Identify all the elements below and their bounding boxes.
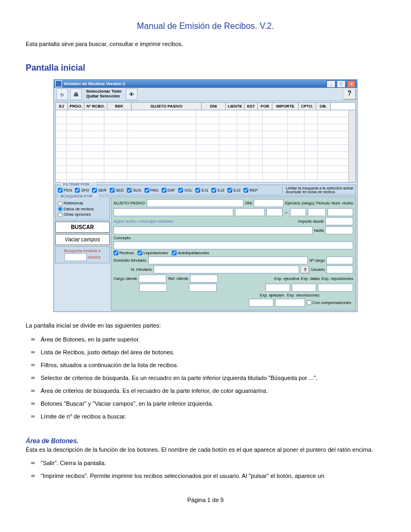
filter-vol[interactable]: VOL (178, 188, 192, 193)
exit-button[interactable]: ⎋ (56, 88, 68, 100)
limit-input[interactable] (64, 253, 87, 261)
input-expej[interactable] (265, 284, 290, 292)
input-sujeto-activo[interactable] (113, 226, 313, 234)
input-importe-desde[interactable] (325, 217, 353, 225)
filter-sus[interactable]: SUS (127, 188, 141, 193)
filter-checks-row: PENSFDSERSEDSUSPAGDATVOLEJ1EJ2EJ3REPLimi… (58, 186, 353, 194)
window-title: Emisión de Recibos Versión 2 (64, 81, 125, 86)
input-ej-to[interactable] (290, 208, 306, 216)
grid-header-cell: LIENTE (226, 103, 245, 110)
intro-text: Esta pantalla sirve para buscar, consult… (26, 41, 385, 47)
list-item: "Imprimir recibos". Permite imprimir los… (41, 472, 385, 481)
unselect-label[interactable]: Quitar Selección (86, 94, 121, 99)
list-item: Filtros, situados a continuación de la l… (41, 361, 385, 370)
input-cargocli[interactable] (139, 275, 166, 283)
grid-header-cell: OB. (316, 103, 331, 110)
close-button[interactable]: × (347, 80, 356, 88)
toolbar: ⎋ 🖶 Seleccionar Todo Quitar Selección 👁 … (54, 88, 357, 101)
filter-ej1[interactable]: EJ1 (195, 188, 208, 193)
table-row (56, 131, 348, 138)
limit-box: Búsqueda limitada a recibos (55, 246, 110, 263)
table-row (56, 145, 348, 152)
filter-dat[interactable]: DAT (162, 188, 175, 193)
radio-referencia[interactable]: Referencia (58, 201, 107, 206)
grid-header-cell: FOR (258, 103, 272, 110)
table-row (56, 110, 348, 117)
chk-concomp[interactable]: Con compensaciones (307, 300, 351, 305)
radio-datos[interactable]: Datos de recibos (58, 207, 107, 212)
input-sujeto-pasivo[interactable] (147, 199, 243, 207)
filter-sfd[interactable]: SFD (75, 188, 89, 193)
filter-ser[interactable]: SER (92, 188, 106, 193)
buscar-button[interactable]: BUSCAR (55, 222, 110, 233)
eye-button[interactable]: 👁 (126, 88, 138, 100)
maximize-button[interactable]: □ (337, 80, 346, 88)
input-dni-2[interactable] (235, 208, 265, 216)
input-expdat[interactable] (292, 284, 316, 292)
radio-otras[interactable]: Otras opciones (58, 212, 107, 217)
input-refcli-2[interactable] (189, 284, 217, 292)
limit-label: Búsqueda limitada a (57, 248, 108, 253)
idtrib-lookup-button[interactable]: ? (301, 266, 309, 273)
botones-intro: Ésta es la descripción de la función de … (26, 446, 385, 454)
input-dni[interactable] (254, 199, 284, 207)
table-row (56, 124, 348, 131)
input-refcli[interactable] (190, 275, 218, 283)
selection-labels: Seleccionar Todo Quitar Selección (84, 89, 124, 100)
table-row (56, 138, 348, 145)
print-button[interactable]: 🖶 (70, 88, 82, 100)
lbl-expej: Exp. ejecutiva (275, 276, 300, 281)
titlebar: Emisión de Recibos Versión 2 _ □ × (54, 80, 357, 88)
lbl-ncargo: Nº cargo (309, 258, 325, 263)
lbl-usuario: Usuario (311, 267, 325, 272)
input-importe-hasta[interactable] (325, 226, 353, 234)
list-item: Límite de nº de recibos a buscar. (41, 413, 385, 421)
input-concepto[interactable] (113, 241, 353, 249)
filter-rep[interactable]: REP (243, 188, 257, 193)
list-item: "Salir". Cierra la pantalla. (41, 459, 385, 468)
input-num-recibo[interactable] (328, 208, 353, 216)
lbl-periodo: Periodo (316, 201, 330, 206)
vertical-scrollbar[interactable] (348, 110, 355, 182)
list-item: Botones "Buscar" y "Vaciar campos", en l… (41, 400, 385, 408)
criteria-panel: SUJETO PASIVO DNI Ejercicio (rango) Peri… (111, 196, 356, 310)
input-ncargo[interactable] (326, 256, 353, 264)
chk-liquidaciones[interactable]: Liquidaciones (138, 250, 168, 255)
filter-pag[interactable]: PAG (144, 188, 158, 193)
input-usuario[interactable] (326, 265, 353, 273)
input-ej-from[interactable] (267, 208, 283, 216)
filter-ej3[interactable]: EJ3 (227, 188, 240, 193)
filter-sed[interactable]: SED (110, 188, 124, 193)
lbl-idtrib: Id. tributario (113, 267, 152, 272)
lbl-domicilio: Domicilio tributario (113, 258, 147, 263)
input-expapl[interactable] (249, 299, 273, 307)
table-row (56, 166, 348, 173)
input-idtrib[interactable] (154, 265, 299, 273)
lbl-refcli: Ref. cliente (168, 276, 188, 281)
lbl-sujeto-activo: Sujeto activo / municipio tributario (113, 219, 173, 224)
filter-pen[interactable]: PEN (58, 188, 72, 193)
limit-suffix: recibos (88, 255, 101, 260)
page-footer: Página 1 de 9 (26, 497, 385, 503)
input-periodo[interactable] (308, 208, 326, 216)
help-button[interactable]: ? (343, 89, 356, 100)
minimize-button[interactable]: _ (326, 80, 336, 88)
input-exprep[interactable] (318, 284, 353, 292)
input-expdev[interactable] (275, 299, 305, 307)
grid-header-cell: EST (245, 103, 258, 110)
input-domicilio[interactable] (148, 256, 308, 264)
app-window: Emisión de Recibos Versión 2 _ □ × ⎋ 🖶 S… (54, 79, 357, 312)
lbl-exprep: Exp. reposiciones (322, 276, 353, 281)
input-sujeto-pasivo-2[interactable] (113, 208, 233, 216)
input-cargocli-2[interactable] (139, 284, 167, 292)
lbl-importe-desde: Importe desde (298, 219, 324, 224)
chk-recibos[interactable]: Recibos (113, 250, 134, 255)
chk-autoliquidaciones[interactable]: Autoliquidaciones (172, 250, 209, 255)
filter-ej2[interactable]: EJ2 (211, 188, 224, 193)
lbl-cargocli: Cargo cliente (113, 276, 137, 281)
vaciar-button[interactable]: Vaciar campos (55, 234, 110, 245)
parts-list: Área de Botones, en la parte superior.Li… (26, 336, 385, 421)
grid-body (55, 110, 356, 183)
filter-right-options: Limitar la búsqueda a la selección actua… (282, 186, 353, 194)
heading-inicial: Pantalla inicial (26, 63, 385, 73)
